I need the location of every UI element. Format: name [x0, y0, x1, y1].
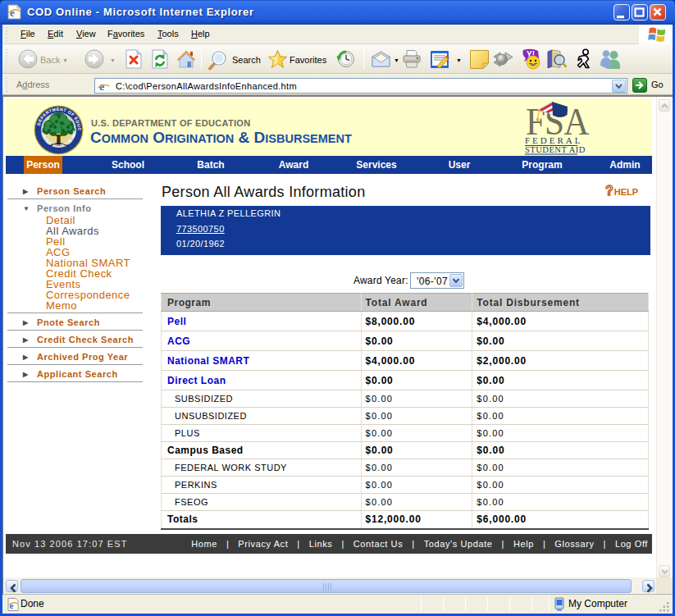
svg-text:e: e	[10, 600, 14, 610]
svg-text:STUDENT AID: STUDENT AID	[525, 145, 586, 154]
svg-text:FEDERAL: FEDERAL	[525, 135, 583, 145]
svg-text:e: e	[10, 7, 15, 19]
